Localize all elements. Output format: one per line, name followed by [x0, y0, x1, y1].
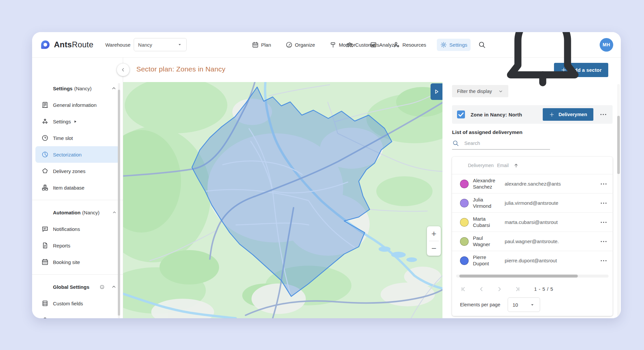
row-more-menu[interactable]	[599, 237, 608, 246]
sidebar-item-icon	[41, 184, 49, 191]
sidebar-item[interactable]: Reports	[35, 237, 119, 254]
deliveryman-row[interactable]: MartaCubarsi marta.cubarsi@antsrout	[452, 212, 613, 232]
app-window: AntsRoute Warehouse Nancy Plan Organize	[32, 32, 621, 318]
next-page-button[interactable]	[496, 285, 503, 293]
zoom-in-button[interactable]: +	[427, 226, 441, 241]
info-icon	[90, 152, 95, 157]
first-name: Julia	[473, 197, 505, 203]
sidebar-section-title: Global Settings	[53, 284, 89, 290]
deliveryman-color-avatar	[460, 256, 469, 265]
sidebar-item-label: Skills	[53, 317, 65, 319]
sidebar-item-icon	[41, 283, 49, 290]
sidebar-scrollbar[interactable]	[118, 83, 120, 318]
sidebar-item-label: Settings	[53, 119, 71, 124]
info-icon	[79, 243, 84, 248]
sidebar-item-icon	[41, 101, 49, 109]
search-input[interactable]	[464, 140, 550, 146]
sidebar-item-icon	[41, 151, 49, 158]
submenu-arrow-icon	[75, 136, 79, 140]
row-more-menu[interactable]	[599, 180, 608, 188]
panel-scrollbar-thumb[interactable]	[617, 116, 620, 174]
deliveryman-row[interactable]: PierreDupont pierre.dupont@antsrout	[452, 251, 613, 270]
sidebar-item[interactable]: Skills	[35, 312, 119, 318]
zone-more-menu[interactable]	[599, 110, 608, 119]
table-horizontal-scrollbar[interactable]	[456, 275, 609, 278]
sidebar-item[interactable]: Delivery zones	[35, 163, 119, 179]
deliveryman-row[interactable]: JuliaVirmond julia.virmond@antsroute	[452, 193, 613, 212]
sidebar-scrollbar-thumb[interactable]	[118, 90, 120, 316]
sidebar-item[interactable]: Settings (Nancy)	[32, 80, 123, 97]
sidebar-item-icon	[41, 134, 49, 142]
sidebar-item[interactable]: Global Settings	[32, 279, 123, 295]
info-icon	[89, 227, 94, 232]
navbar-item-icon	[393, 41, 400, 48]
previous-page-button[interactable]	[478, 285, 485, 293]
sidebar-item-icon	[41, 167, 49, 175]
antsroute-logo[interactable]: AntsRoute	[40, 39, 93, 50]
chevron-up-icon	[110, 242, 116, 248]
warehouse-value: Nancy	[138, 42, 152, 48]
menu-item-icon	[330, 41, 337, 48]
row-more-menu[interactable]	[599, 218, 608, 227]
row-more-menu[interactable]	[599, 199, 608, 207]
last-name: Dupont	[473, 261, 505, 267]
menu-item[interactable]: Plan	[252, 41, 271, 48]
first-name: Pierre	[473, 254, 505, 261]
deliveryman-color-avatar	[460, 218, 469, 227]
per-page-select[interactable]: 10	[508, 297, 540, 312]
table-body: AlexandreSanchez alexandre.sanchez@ants …	[452, 174, 613, 270]
top-navbar: AntsRoute Warehouse Nancy Plan Organize	[32, 32, 621, 58]
notifications-bell[interactable]: 35	[493, 32, 592, 94]
first-page-button[interactable]	[460, 285, 467, 293]
panel-scrollbar[interactable]	[617, 84, 620, 316]
sidebar-item[interactable]: Sectorization	[35, 146, 119, 163]
column-email[interactable]: Email	[497, 163, 519, 168]
sidebar-item[interactable]: Settings	[35, 113, 119, 130]
row-more-menu[interactable]	[599, 256, 608, 265]
last-name: Virmond	[473, 203, 505, 209]
deliveryman-color-avatar	[460, 180, 469, 188]
sidebar-item[interactable]: General information	[35, 97, 119, 113]
sidebar-item[interactable]	[32, 274, 123, 275]
navbar-item[interactable]: Settings	[437, 39, 471, 51]
sidebar-item[interactable]: Custom fields	[35, 295, 119, 312]
zoom-out-button[interactable]: −	[427, 241, 441, 256]
deliveryman-email: paul.wagner@antsroute.	[505, 239, 580, 244]
search-icon[interactable]	[478, 41, 486, 49]
sidebar-item-label: Custom fields	[53, 301, 83, 306]
deliveryman-name: PaulWagner	[473, 235, 505, 248]
search-icon	[452, 140, 459, 147]
sidebar-item[interactable]: Time slot	[35, 130, 119, 146]
column-deliverymen[interactable]: Deliverymen	[452, 163, 497, 168]
menu-item[interactable]: Organize	[286, 41, 315, 48]
back-button[interactable]	[117, 64, 129, 76]
last-name: Wagner	[473, 241, 505, 248]
deliveryman-row[interactable]: PaulWagner paul.wagner@antsroute.	[452, 232, 613, 251]
last-name: Sanchez	[473, 184, 505, 190]
info-icon	[100, 86, 105, 91]
chevron-up-icon	[110, 118, 116, 124]
scrollbar-thumb[interactable]	[459, 275, 578, 278]
map-canvas[interactable]: + −	[123, 82, 442, 318]
submenu-arrow-icon	[87, 186, 91, 190]
deliveryman-row[interactable]: AlexandreSanchez alexandre.sanchez@ants	[452, 174, 613, 193]
zone-checkbox[interactable]	[457, 110, 465, 118]
bell-icon	[493, 32, 592, 94]
sidebar-item[interactable]: Item database	[35, 179, 119, 196]
sidebar-item[interactable]: Automation (Nancy)	[32, 204, 123, 221]
sidebar-item[interactable]: Booking site	[35, 254, 119, 270]
sidebar-item[interactable]: Notifications	[35, 221, 119, 237]
deliverymen-table: Deliverymen Email AlexandreSanchez alexa…	[452, 157, 613, 316]
sector-panel: Filter the display Zone in Nancy: North …	[442, 82, 621, 318]
sidebar-items: Settings (Nancy) General information	[32, 80, 123, 318]
sector-zone-polygon[interactable]	[192, 87, 392, 296]
user-avatar[interactable]: MH	[600, 38, 613, 52]
submenu-arrow-icon	[94, 285, 97, 289]
add-deliverymen-button[interactable]: Deliverymen	[543, 108, 593, 121]
last-page-button[interactable]	[514, 285, 521, 293]
deliveryman-name: PierreDupont	[473, 254, 505, 267]
navbar-item[interactable]: Resources	[390, 39, 430, 51]
navbar-item[interactable]: Customers	[343, 39, 383, 51]
sidebar-item[interactable]	[32, 200, 123, 200]
warehouse-select[interactable]: Nancy	[134, 38, 187, 51]
